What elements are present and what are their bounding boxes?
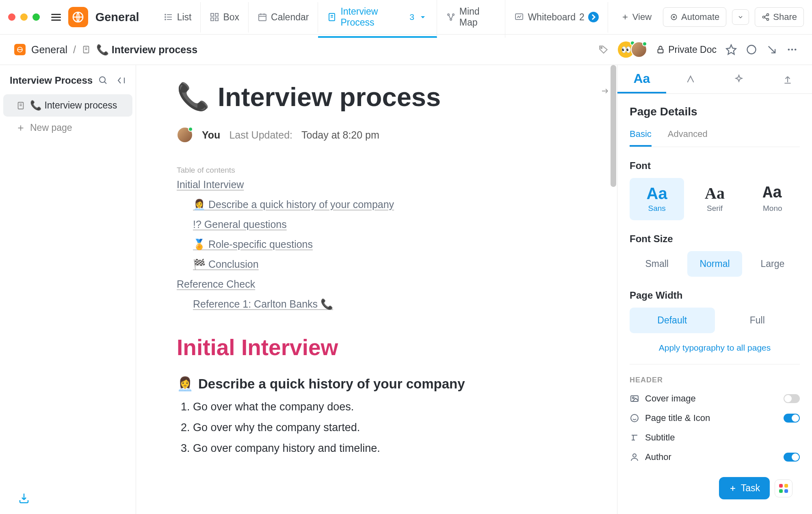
new-task-button[interactable]: Task (719, 477, 770, 499)
list-item[interactable]: Go over company history and timeline. (193, 438, 585, 459)
window-controls (8, 13, 40, 21)
list-item[interactable]: Go over what the company does. (193, 397, 585, 417)
toc-link[interactable]: !? General questions (193, 219, 585, 230)
font-option-sans[interactable]: Aa Sans (630, 178, 684, 220)
view-tab-list[interactable]: List (155, 2, 201, 33)
view-tab-interview-process[interactable]: Interview Process 3 (318, 0, 437, 38)
svg-point-24 (671, 14, 676, 20)
heading-initial-interview[interactable]: Initial Interview (177, 334, 585, 360)
tag-icon[interactable] (598, 44, 609, 55)
toc-link[interactable]: 🏅 Role-specific questions (193, 239, 585, 250)
toc-link[interactable]: 🏁 Conclusion (193, 258, 585, 270)
toc-label: Table of contents (177, 166, 585, 175)
add-view-button[interactable]: View (615, 9, 657, 26)
share-button[interactable]: Share (755, 7, 804, 27)
setting-title-icon: Page title & Icon (630, 413, 800, 423)
author-toggle[interactable] (784, 453, 800, 462)
panel-tab-ai[interactable] (715, 65, 764, 93)
sparkle-icon (734, 74, 744, 85)
panel-tabs: Aa (617, 65, 812, 94)
view-tab-label: Mind Map (459, 6, 496, 28)
width-option-full[interactable]: Full (715, 308, 800, 333)
view-tab-calendar[interactable]: Calendar (249, 2, 318, 33)
window-close-icon[interactable] (8, 13, 15, 21)
doc-sidebar: Interview Process 📞 Interview process Ne… (0, 65, 136, 514)
workspace-icon[interactable] (68, 7, 88, 27)
subtab-basic[interactable]: Basic (630, 129, 652, 147)
privacy-button[interactable]: Private Doc (656, 44, 717, 55)
automate-button[interactable]: Automate (663, 7, 726, 27)
window-maximize-icon[interactable] (32, 13, 40, 21)
toc-link[interactable]: Reference Check (177, 278, 585, 290)
workspace-name[interactable]: General (95, 11, 139, 24)
view-tab-label: Box (223, 12, 239, 23)
document-body[interactable]: 📞 Interview process You Last Updated: To… (136, 65, 617, 475)
collapse-icon[interactable] (116, 76, 126, 85)
page-details-panel: Aa Page Details Basic Advanced Font Aa S… (617, 65, 812, 514)
svg-point-35 (601, 47, 602, 48)
panel-subtabs: Basic Advanced (630, 129, 800, 147)
search-icon[interactable] (98, 76, 108, 85)
breadcrumb-bar: General / 📞 Interview process 👀 Private … (0, 35, 812, 65)
automate-dropdown[interactable] (732, 9, 749, 25)
size-option-large[interactable]: Large (745, 251, 800, 277)
title-text: Interview process (218, 82, 441, 112)
smile-icon (630, 413, 639, 423)
more-arrow-icon[interactable] (588, 12, 599, 22)
view-tab-box[interactable]: Box (201, 2, 249, 33)
apps-button[interactable] (775, 479, 793, 497)
font-name: Mono (745, 204, 800, 213)
panel-tab-export[interactable] (763, 65, 812, 93)
font-option-mono[interactable]: Aa Mono (745, 178, 800, 220)
toc-link[interactable]: 👩‍💼 Describe a quick history of your com… (193, 199, 585, 210)
sidebar-new-page[interactable]: New page (0, 117, 136, 139)
star-icon[interactable] (725, 44, 737, 55)
title-emoji-icon: 📞 (177, 81, 210, 112)
menu-icon[interactable] (51, 14, 61, 21)
panel-tab-relations[interactable] (666, 65, 715, 93)
view-tab-whiteboard[interactable]: Whiteboard 2 (505, 2, 608, 33)
updated-label: Last Updated: (229, 129, 292, 141)
more-icon[interactable] (786, 44, 798, 55)
collaborator-avatars[interactable]: 👀 (618, 41, 647, 58)
breadcrumb-space[interactable]: General (31, 44, 67, 56)
setting-cover-image: Cover image (630, 393, 800, 404)
sidebar-page-label: 📞 Interview process (30, 100, 117, 111)
panel-title: Page Details (630, 105, 800, 118)
doc-icon (16, 101, 25, 110)
window-minimize-icon[interactable] (20, 13, 28, 21)
toc-link[interactable]: Reference 1: Carlton Banks 📞 (193, 298, 585, 310)
svg-line-30 (764, 17, 767, 19)
title-icon-toggle[interactable] (784, 414, 800, 423)
import-icon[interactable] (18, 492, 30, 504)
sidebar-page-interview[interactable]: 📞 Interview process (3, 94, 132, 117)
space-icon[interactable] (14, 44, 26, 55)
view-tab-label: Calendar (271, 12, 309, 23)
list-item[interactable]: Go over why the company started. (193, 417, 585, 438)
view-tab-mind-map[interactable]: Mind Map (437, 0, 506, 38)
cover-image-toggle[interactable] (784, 394, 800, 403)
plus-icon (16, 124, 25, 132)
view-tab-count: 2 (579, 12, 585, 23)
breadcrumb-doc[interactable]: 📞 Interview process (96, 44, 197, 56)
page-title[interactable]: 📞 Interview process (177, 81, 585, 112)
panel-tab-typography[interactable]: Aa (617, 65, 666, 93)
apply-typography-button[interactable]: Apply typography to all pages (630, 343, 800, 353)
view-tabs: List Box Calendar Interview Process 3 Mi… (155, 0, 608, 38)
comment-icon[interactable] (746, 44, 757, 55)
download-icon[interactable] (766, 44, 777, 55)
ordered-list[interactable]: Go over what the company does. Go over w… (177, 397, 585, 459)
svg-point-49 (632, 397, 634, 399)
svg-rect-10 (215, 18, 218, 21)
image-icon (630, 394, 639, 403)
task-button-label: Task (741, 483, 760, 494)
size-option-small[interactable]: Small (630, 251, 684, 277)
subtab-advanced[interactable]: Advanced (668, 129, 708, 147)
doc-meta: You Last Updated: Today at 8:20 pm (177, 127, 585, 143)
font-name: Serif (687, 204, 742, 213)
heading-company-history[interactable]: 👩‍💼 Describe a quick history of your com… (177, 376, 585, 392)
width-option-default[interactable]: Default (630, 308, 715, 333)
size-option-normal[interactable]: Normal (687, 251, 742, 277)
font-option-serif[interactable]: Aa Serif (687, 178, 742, 220)
toc-link[interactable]: Initial Interview (177, 179, 585, 191)
